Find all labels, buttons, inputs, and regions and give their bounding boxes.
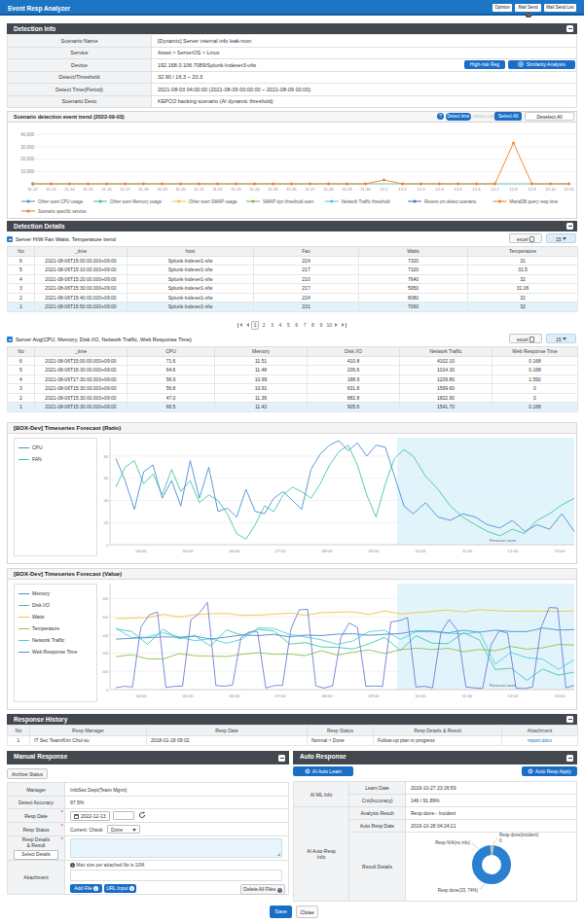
svg-text:12-1: 12-1 [380, 187, 388, 192]
svg-text:10,000: 10,000 [20, 169, 34, 174]
svg-text:11:00: 11:00 [462, 693, 473, 698]
svg-text:07:00: 07:00 [275, 693, 286, 698]
svg-text:12-6: 12-6 [472, 187, 481, 192]
svg-text:12-8: 12-8 [509, 187, 518, 192]
svg-text:0: 0 [106, 688, 109, 693]
svg-text:04:00: 04:00 [136, 693, 147, 698]
svg-text:12-7: 12-7 [491, 187, 499, 192]
svg-text:20,000: 20,000 [20, 157, 34, 161]
svg-text:12:00: 12:00 [508, 549, 519, 553]
svg-text:11-20: 11-20 [175, 187, 186, 192]
svg-text:11-26: 11-26 [286, 187, 297, 192]
svg-text:08:00: 08:00 [322, 693, 333, 698]
svg-text:100,000: 100,000 [102, 596, 109, 601]
svg-text:06:00: 06:00 [230, 693, 240, 698]
svg-text:Other scen Memory usage: Other scen Memory usage [110, 199, 163, 204]
svg-text:Resp done(incident): Resp done(incident) [499, 833, 539, 837]
svg-text:12:00: 12:00 [508, 693, 519, 698]
svg-text:04:00: 04:00 [136, 549, 147, 553]
svg-text:20: 20 [104, 520, 109, 525]
svg-text:Forecast zone: Forecast zone [490, 538, 517, 543]
svg-text:12-5: 12-5 [454, 187, 462, 192]
svg-text:40,000: 40,000 [20, 132, 34, 137]
svg-text:0: 0 [499, 838, 502, 843]
svg-text:10:00: 10:00 [416, 693, 426, 698]
svg-text:20,000: 20,000 [102, 669, 109, 674]
svg-text:Scenario specific service: Scenario specific service [38, 209, 87, 214]
svg-text:Other scen CPU usage: Other scen CPU usage [38, 199, 84, 204]
svg-text:Other scen SWAP usage: Other scen SWAP usage [189, 199, 237, 204]
svg-text:SWAP dyn threshold scen: SWAP dyn threshold scen [263, 199, 314, 204]
svg-text:11-30: 11-30 [360, 187, 371, 192]
svg-text:10:00: 10:00 [416, 549, 426, 553]
svg-text:12-3: 12-3 [417, 187, 425, 192]
svg-text:Recent cnt detect scenario: Recent cnt detect scenario [424, 199, 477, 204]
svg-text:11-16: 11-16 [101, 187, 112, 192]
svg-text:12-11: 12-11 [564, 187, 574, 192]
svg-text:11-12: 11-12 [27, 187, 38, 192]
svg-text:MariaDB query resp time: MariaDB query resp time [510, 199, 559, 204]
svg-text:0: 0 [106, 543, 109, 548]
svg-text:05:00: 05:00 [183, 549, 194, 553]
svg-text:11-24: 11-24 [249, 187, 260, 192]
svg-text:11-19: 11-19 [157, 187, 167, 192]
svg-text:Network Traffic threshold: Network Traffic threshold [342, 199, 390, 204]
svg-text:11-22: 11-22 [212, 187, 223, 192]
svg-text:11-18: 11-18 [138, 187, 149, 192]
svg-text:12-10: 12-10 [545, 187, 556, 192]
svg-text:09:00: 09:00 [369, 693, 380, 698]
svg-text:11-23: 11-23 [231, 187, 241, 192]
svg-text:12-4: 12-4 [435, 187, 444, 192]
svg-text:80,000: 80,000 [102, 615, 109, 620]
svg-text:11-28: 11-28 [323, 187, 334, 192]
svg-text:30,000: 30,000 [20, 145, 34, 150]
svg-text:11-14: 11-14 [64, 187, 75, 192]
svg-text:11:00: 11:00 [462, 549, 473, 553]
svg-text:11-27: 11-27 [305, 187, 315, 192]
svg-text:09:00: 09:00 [369, 549, 380, 553]
svg-text:40: 40 [104, 498, 109, 503]
svg-text:13:00: 13:00 [555, 693, 566, 698]
svg-text:12-9: 12-9 [528, 187, 536, 192]
svg-text:11-29: 11-29 [342, 187, 352, 192]
svg-text:Forecast zone: Forecast zone [490, 683, 517, 688]
svg-text:40,000: 40,000 [102, 651, 109, 656]
svg-text:12-2: 12-2 [398, 187, 407, 192]
svg-text:60,000: 60,000 [102, 633, 109, 638]
svg-text:11-21: 11-21 [194, 187, 204, 192]
svg-text:Resp done(33, 74%): Resp done(33, 74%) [438, 888, 479, 893]
svg-text:08:00: 08:00 [322, 549, 333, 553]
svg-text:11-13: 11-13 [46, 187, 56, 192]
svg-text:11-15: 11-15 [83, 187, 93, 192]
svg-text:80: 80 [104, 454, 109, 459]
svg-text:11-17: 11-17 [120, 187, 130, 192]
svg-text:11-25: 11-25 [268, 187, 278, 192]
svg-text:06:00: 06:00 [230, 549, 240, 553]
svg-text:13:00: 13:00 [555, 549, 566, 553]
svg-text:Resp N/A(no info): Resp N/A(no info) [435, 840, 470, 845]
svg-text:60: 60 [104, 476, 109, 480]
svg-text:05:00: 05:00 [183, 693, 194, 698]
svg-text:07:00: 07:00 [275, 549, 286, 553]
